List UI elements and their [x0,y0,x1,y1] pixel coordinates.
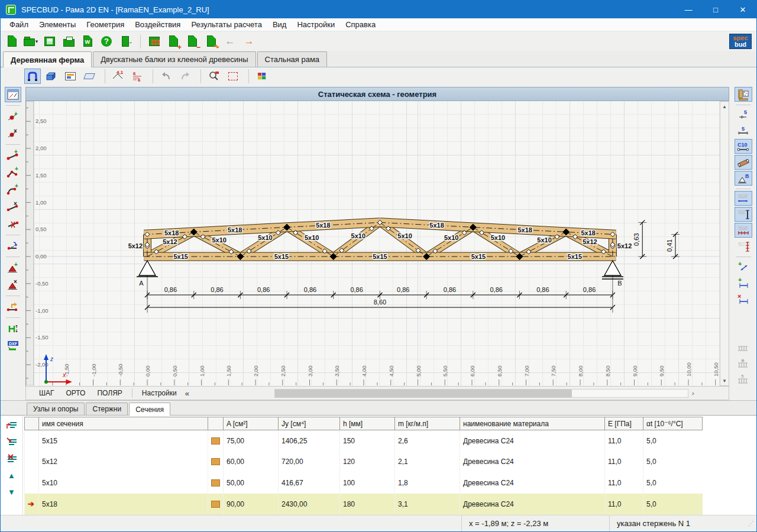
minimize-button[interactable]: — [675,1,702,18]
view-3d-button[interactable] [43,69,60,84]
calculation-button[interactable] [62,69,79,84]
collapse-icon[interactable]: « [185,389,189,398]
add-member-button[interactable]: + [5,148,21,163]
header-material[interactable]: наименование материала [460,417,605,430]
exit-icon [122,36,129,47]
vertical-segment-dimensions-button[interactable] [735,239,752,254]
tab-glulam-beams[interactable]: Двускатные балки из клееной древесины [93,51,255,67]
new-file-button[interactable] [3,33,21,50]
table-row[interactable]: 5x15 75,00 1406,25 150 2,6 Древесина C24… [25,430,703,452]
section-names-button[interactable]: C10 [735,139,752,154]
snap-polar-button[interactable]: ПОЛЯР [91,388,128,398]
scrollbar-thumb[interactable] [275,390,572,397]
canvas-horizontal-scrollbar[interactable] [274,389,688,398]
add-page-button[interactable]: + [164,33,182,50]
table-row[interactable]: 5x12 60,00 720,00 120 2,1 Древесина C24 … [25,451,703,472]
tab-steel-frame[interactable]: Стальная рама [257,51,327,67]
support-symbols-button[interactable]: B [735,171,752,186]
modify-member-button[interactable] [5,238,21,254]
display-options-button[interactable] [254,69,270,84]
header-inertia[interactable]: Jy [см⁴] [279,417,340,430]
member-numbers-button[interactable]: 5 [735,123,752,138]
add-horizontal-dimension-button[interactable]: + [735,275,752,290]
scroll-up-icon[interactable]: ▴ [723,102,726,111]
header-emodulus[interactable]: E [ГПа] [605,417,643,430]
snap-ortho-button[interactable]: ОРТО [60,388,92,398]
menu-results[interactable]: Результаты расчета [186,19,267,30]
move-row-down-button[interactable]: ▼ [5,485,19,498]
delete-page-button[interactable]: − [183,33,201,50]
maximize-button[interactable]: □ [702,1,729,18]
node-numbers-button[interactable]: 5 [735,107,752,122]
header-alphat[interactable]: αt [10⁻⁶/°C] [643,417,703,430]
geometry-window-button[interactable] [5,87,21,102]
project-table-button[interactable] [145,33,163,50]
segment-dimensions-button[interactable] [735,223,752,238]
snap-settings-button[interactable]: Настройки [136,388,183,398]
previous-page-button[interactable]: ← [221,33,239,50]
tab-members[interactable]: Стержни [86,403,128,415]
member-offset-button[interactable] [5,299,21,314]
header-height[interactable]: h [мм] [340,417,395,430]
import-dxf-button[interactable]: DXF [5,338,21,353]
eraser-button[interactable] [81,69,98,84]
dim-segment-label: 0,86 [397,286,409,293]
table-row-selected[interactable]: ➔ 5x18 90,00 2430,00 180 3,1 Древесина C… [25,494,703,515]
split-member-button[interactable] [5,216,21,232]
move-row-up-button[interactable]: ▲ [5,469,19,482]
delete-support-button[interactable]: × [5,277,21,293]
exit-button[interactable] [117,33,134,50]
menu-settings[interactable]: Настройки [292,19,340,30]
edit-row-button[interactable] [5,436,19,449]
undo-button[interactable] [158,69,174,84]
add-diagonal-dimension-button[interactable]: + [735,259,752,274]
tab-sections[interactable]: Сечения [129,403,170,416]
open-file-button[interactable]: ▾ [22,33,40,50]
export-word-button[interactable]: W [79,33,96,50]
canvas-vertical-scrollbar[interactable]: ▴ ▾ [720,101,729,386]
redo-button[interactable] [177,69,193,84]
save-file-button[interactable] [41,33,59,50]
horizontal-dimensions-button[interactable] [735,191,752,206]
node-numbering-button[interactable]: 4,1 [110,69,127,84]
drawing-canvas[interactable]: 2,502,001,501,000,500,00-0,50-1,00-1,50-… [25,101,720,386]
insert-row-button[interactable] [5,419,19,432]
zoom-window-button[interactable] [206,69,222,84]
menu-loads[interactable]: Воздействия [130,19,186,30]
section-sketch-button[interactable] [735,155,752,170]
close-button[interactable]: ✕ [729,1,756,18]
menu-help[interactable]: Справка [340,19,381,30]
next-page-button[interactable]: → [240,33,258,50]
help-button[interactable]: ? [98,33,115,50]
vertical-dimensions-button[interactable] [735,207,752,222]
add-support-button[interactable]: + [5,260,21,275]
add-arc-member-button[interactable]: + [5,182,21,197]
tab-nodes-supports[interactable]: Узлы и опоры [27,403,85,415]
tab-timber-truss[interactable]: Деревянная ферма [3,51,92,67]
snap-step-button[interactable]: ШАГ [33,388,60,398]
frame-view-button[interactable] [24,69,41,84]
header-mass[interactable]: m [кг/м.п] [395,417,460,430]
member-numbering-button[interactable]: 66 [129,69,145,84]
print-button[interactable] [60,33,77,50]
scroll-down-icon[interactable]: ▾ [723,376,726,385]
menu-view[interactable]: Вид [267,19,292,30]
add-node-button[interactable]: + [5,109,21,124]
menu-geometry[interactable]: Геометрия [81,19,130,30]
table-row[interactable]: 5x10 50,00 416,67 100 1,8 Древесина C24 … [25,472,703,494]
ruler-toggle-button[interactable] [735,87,752,102]
resize-grip[interactable]: ⋰ [748,520,754,527]
selection-mode-button[interactable] [225,69,241,84]
delete-member-button[interactable]: × [5,199,21,215]
menu-file[interactable]: Файл [4,19,34,30]
delete-node-button[interactable]: × [5,126,21,141]
menu-elements[interactable]: Элементы [34,19,81,30]
copy-page-button[interactable]: ↷ [202,33,220,50]
delete-dimension-button[interactable]: × [735,291,752,306]
scroll-right-icon[interactable]: › [692,390,694,397]
header-section-name[interactable]: имя сечения [39,417,208,430]
header-area[interactable]: A [см²] [224,417,279,430]
add-chain-members-button[interactable]: + [5,165,21,180]
frame-generator-button[interactable] [5,321,21,336]
delete-row-button[interactable] [5,452,19,465]
